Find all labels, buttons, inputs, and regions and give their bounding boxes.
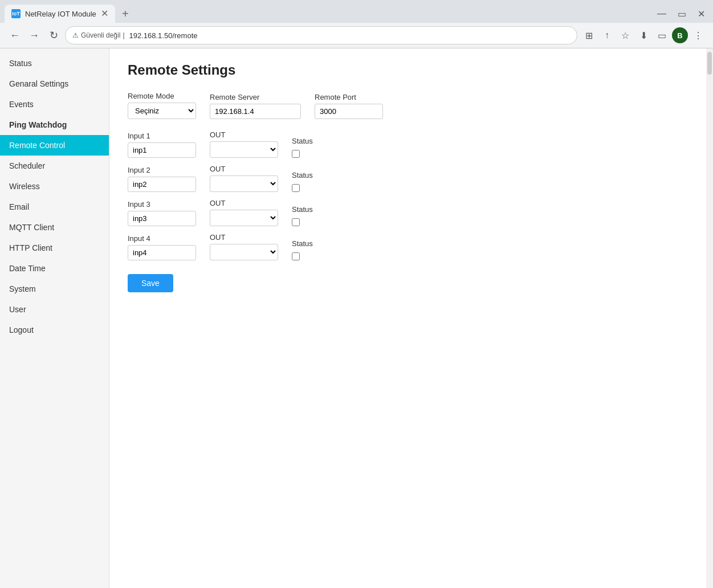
sidebar-item-status[interactable]: Status — [0, 53, 109, 74]
input4-field[interactable] — [128, 245, 196, 260]
app-layout: Status Genaral Settings Events Ping Watc… — [0, 48, 713, 588]
address-bar[interactable]: ⚠ Güvenli değil | 192.168.1.50/remote — [65, 26, 577, 44]
sidebar-item-wireless[interactable]: Wireless — [0, 176, 109, 197]
status4-group: Status — [292, 239, 337, 260]
out2-select[interactable] — [210, 175, 278, 192]
remote-server-input[interactable] — [210, 104, 301, 119]
input1-field[interactable] — [128, 142, 196, 158]
input-rows-container: Input 1 OUT Status — [128, 130, 688, 260]
security-text: Güvenli değil — [81, 31, 120, 39]
status2-checkbox-wrapper — [292, 184, 337, 192]
tab-bar: IoT NetRelay IOT Module ✕ + — ▭ ✕ — [0, 0, 713, 23]
back-button[interactable]: ← — [7, 27, 23, 43]
save-button[interactable]: Save — [128, 274, 173, 292]
bookmark-button[interactable]: ☆ — [617, 27, 633, 43]
download-button[interactable]: ⬇ — [635, 27, 651, 43]
status3-label: Status — [292, 205, 337, 214]
close-button[interactable]: ✕ — [694, 7, 708, 21]
input2-label: Input 2 — [128, 166, 196, 174]
status1-checkbox[interactable] — [292, 150, 300, 158]
out3-label: OUT — [210, 199, 278, 207]
sidebar-item-system[interactable]: System — [0, 279, 109, 299]
window-controls: — ▭ ✕ — [654, 7, 708, 21]
forward-button[interactable]: → — [26, 27, 42, 43]
input2-group: Input 2 — [128, 166, 196, 192]
active-tab[interactable]: IoT NetRelay IOT Module ✕ — [5, 5, 115, 23]
remote-mode-label: Remote Mode — [128, 92, 196, 100]
input3-field[interactable] — [128, 211, 196, 226]
sidebar-item-ping-watchdog[interactable]: Ping Watchdog — [0, 115, 109, 135]
input4-group: Input 4 — [128, 234, 196, 260]
status4-checkbox[interactable] — [292, 252, 300, 260]
status3-checkbox[interactable] — [292, 218, 300, 226]
share-button[interactable]: ↑ — [599, 27, 615, 43]
scroll-thumb[interactable] — [707, 52, 712, 75]
remote-mode-group: Remote Mode Seçiniz — [128, 92, 196, 119]
sidebar-item-logout[interactable]: Logout — [0, 320, 109, 340]
top-settings-row: Remote Mode Seçiniz Remote Server Remote… — [128, 92, 688, 119]
scrollbar[interactable] — [706, 48, 713, 588]
separator: | — [123, 31, 124, 39]
minimize-button[interactable]: — — [654, 7, 670, 21]
out4-select[interactable] — [210, 244, 278, 260]
profile-button[interactable]: B — [672, 27, 688, 43]
sidebar-item-date-time[interactable]: Date Time — [0, 258, 109, 279]
input-row-3: Input 3 OUT Status — [128, 199, 688, 226]
new-tab-button[interactable]: + — [117, 6, 133, 22]
input1-label: Input 1 — [128, 132, 196, 140]
status2-checkbox[interactable] — [292, 184, 300, 192]
tab-favicon: IoT — [11, 9, 21, 18]
status1-group: Status — [292, 137, 337, 158]
sidebar-item-http-client[interactable]: HTTP Client — [0, 238, 109, 258]
out1-group: OUT — [210, 130, 278, 158]
out3-select[interactable] — [210, 210, 278, 226]
input1-group: Input 1 — [128, 132, 196, 158]
remote-mode-select[interactable]: Seçiniz — [128, 103, 196, 119]
status4-checkbox-wrapper — [292, 252, 337, 260]
input3-group: Input 3 — [128, 200, 196, 226]
reload-button[interactable]: ↻ — [46, 27, 62, 43]
browser-chrome: IoT NetRelay IOT Module ✕ + — ▭ ✕ ← → ↻ … — [0, 0, 713, 48]
menu-button[interactable]: ⋮ — [690, 27, 706, 43]
page-title: Remote Settings — [128, 62, 688, 78]
out1-select[interactable] — [210, 141, 278, 158]
remote-port-input[interactable] — [315, 104, 383, 119]
sidebar-item-email[interactable]: Email — [0, 197, 109, 217]
status3-checkbox-wrapper — [292, 218, 337, 226]
status2-label: Status — [292, 171, 337, 179]
warning-icon: ⚠ — [72, 31, 79, 39]
sidebar-item-remote-control[interactable]: Remote Control — [0, 135, 109, 156]
main-content: Remote Settings Remote Mode Seçiniz Remo… — [109, 48, 706, 588]
input4-label: Input 4 — [128, 234, 196, 243]
status2-group: Status — [292, 171, 337, 192]
nav-bar: ← → ↻ ⚠ Güvenli değil | 192.168.1.50/rem… — [0, 23, 713, 48]
input3-label: Input 3 — [128, 200, 196, 209]
out2-label: OUT — [210, 165, 278, 173]
status4-label: Status — [292, 239, 337, 248]
translate-button[interactable]: ⊞ — [581, 27, 597, 43]
input-row-1: Input 1 OUT Status — [128, 130, 688, 158]
sidebar-toggle-button[interactable]: ▭ — [654, 27, 670, 43]
status1-label: Status — [292, 137, 337, 145]
remote-server-group: Remote Server — [210, 93, 301, 119]
tab-label: NetRelay IOT Module — [25, 10, 96, 18]
sidebar-item-general-settings[interactable]: Genaral Settings — [0, 74, 109, 94]
status3-group: Status — [292, 205, 337, 226]
security-indicator: ⚠ Güvenli değil | — [72, 31, 125, 39]
out2-group: OUT — [210, 165, 278, 192]
sidebar-item-mqtt-client[interactable]: MQTT Client — [0, 217, 109, 238]
sidebar-item-scheduler[interactable]: Scheduler — [0, 156, 109, 176]
input-row-2: Input 2 OUT Status — [128, 165, 688, 192]
sidebar-item-user[interactable]: User — [0, 299, 109, 320]
out4-label: OUT — [210, 233, 278, 242]
remote-server-label: Remote Server — [210, 93, 301, 101]
input-row-4: Input 4 OUT Status — [128, 233, 688, 260]
sidebar-item-events[interactable]: Events — [0, 94, 109, 115]
status1-checkbox-wrapper — [292, 150, 337, 158]
tab-close-button[interactable]: ✕ — [101, 9, 108, 18]
input2-field[interactable] — [128, 177, 196, 192]
out1-label: OUT — [210, 130, 278, 139]
restore-button[interactable]: ▭ — [674, 7, 690, 21]
nav-actions: ⊞ ↑ ☆ ⬇ ▭ B ⋮ — [581, 27, 706, 43]
remote-port-group: Remote Port — [315, 93, 383, 119]
